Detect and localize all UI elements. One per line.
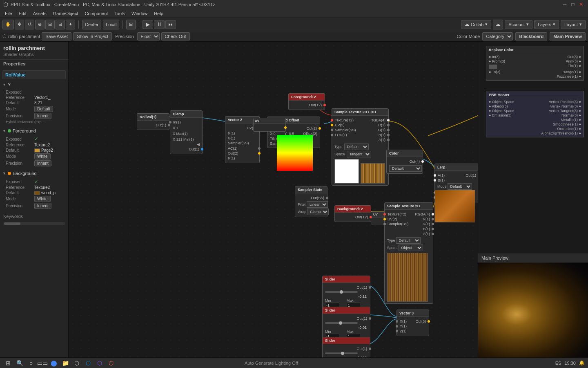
slider1-node[interactable]: Slider Out(1) -0.11 Min Max [322,276,370,310]
horizontal-scrollbar[interactable] [3,222,65,225]
sample-tex-2d-node[interactable]: Sample Texture 2D Texture(T2) RGBA(4) UV… [384,202,433,304]
account-button[interactable]: Account ▾ [505,20,532,29]
menu-gameobject[interactable]: GameObject [50,10,82,17]
s3-track[interactable] [325,352,358,354]
st2d-space-select[interactable]: Object [399,245,423,251]
rider-icon[interactable]: ⬡ [106,358,116,368]
bg-precision-row: Precision Inherit [6,203,62,209]
notification-icon[interactable]: 🔔 [579,360,585,366]
bg-reference-value: Texture2 [34,185,50,190]
v2-out2-port: AC(1) [228,146,257,150]
cloud-button[interactable]: ☁ [493,20,503,29]
menu-help[interactable]: Help [151,10,167,17]
precision-select[interactable]: Float Half [137,32,160,40]
title-bar-controls[interactable]: ─ □ ✕ [561,1,585,8]
foreground-group-header[interactable]: ▼ Foreground [0,127,68,135]
local-button[interactable]: Local [103,20,119,29]
rotate-tool[interactable]: ↺ [25,20,34,29]
cortana-icon[interactable]: ○ [26,358,36,368]
stlod-space-select[interactable]: Tangent [347,151,371,157]
layers-button[interactable]: Layers ▾ [534,20,559,29]
menu-tools[interactable]: Tools [111,10,128,17]
pause-button[interactable]: ⏸ [154,20,165,29]
vs-icon[interactable]: ⬡ [95,358,105,368]
rect-tool[interactable]: ⊞ [45,20,55,29]
auto-gen-text: Auto Generate Lighting Off [245,361,298,366]
layers-chevron: ▾ [553,22,555,27]
s2-thumb[interactable] [339,321,342,325]
stlod-type-select[interactable]: Default [344,144,369,150]
transform-tool[interactable]: ⊟ [56,20,65,29]
hand-tool[interactable]: ✋ [2,20,14,29]
windows-icon[interactable]: ⊞ [3,358,13,368]
menu-edit[interactable]: Edit [16,10,30,17]
sep1 [78,20,79,29]
menu-assets[interactable]: Assets [30,10,50,17]
v3-x-label: X(1) [400,319,407,323]
menu-component[interactable]: Component [81,10,111,17]
lerp-mode-select[interactable]: Default [448,183,472,190]
scale-tool[interactable]: ⊕ [35,20,45,29]
chrome-icon[interactable]: ⬤ [49,358,59,368]
s2-track[interactable] [325,322,358,324]
background-group-header[interactable]: ▼ Background [0,170,68,177]
clamp-out-dot [201,148,203,150]
search-icon[interactable]: 🔍 [15,358,24,368]
roll-value-node[interactable]: RollVal(1) Out(1) [137,113,169,130]
color-node[interactable]: Color Out(4) Default [386,150,423,174]
sample-tex-lod-node[interactable]: Sample Texture 2D LOD Texture(T2) RGBA(4… [332,108,389,186]
menu-window[interactable]: Window [128,10,151,17]
task-view-icon[interactable]: ▭▭ [38,358,47,368]
custom-tool[interactable]: ✦ [66,20,75,29]
clamp-node[interactable]: Clamp In(1) X 1 X Max(1) X 111 Min(1) ◀ … [170,110,203,154]
menu-file[interactable]: File [2,10,16,17]
background-t2-node[interactable]: BackgroundT2 Out(T2) [334,205,371,222]
v3-z-port: Z(1) [399,329,426,333]
roll-value-property[interactable]: RollValue [2,70,66,79]
y-group-header[interactable]: ▼ Y [0,81,68,88]
y-mode-value: Default [34,106,53,112]
ss-wrap-select[interactable]: Clamp [307,209,329,215]
s1-track[interactable] [325,291,358,293]
slider2-node[interactable]: Slider Out(1) -0.01 Min Max [322,307,370,341]
checkout-button[interactable]: Check Out [161,32,190,40]
center-button[interactable]: Center [82,20,101,29]
maximize-button[interactable]: □ [569,1,577,8]
blackboard-button[interactable]: Blackboard [515,32,547,40]
step-button[interactable]: ⏭ [165,20,176,29]
scrollbar-thumb[interactable] [4,222,20,225]
move-tool[interactable]: ✥ [15,20,24,29]
ss-out-port: Out(SS) [298,196,325,200]
main-preview-button[interactable]: Main Preview [550,32,586,40]
collab-button[interactable]: ☁ Collab ▾ [461,20,491,29]
save-asset-button[interactable]: Save Asset [42,32,71,40]
status-bar: ⊞ 🔍 ○ ▭▭ ⬤ 📁 ⬡ ⬡ ⬡ ⬡ Auto Generate Light… [0,357,588,368]
collab-icon: ☁ [465,22,469,27]
category-select[interactable]: Category [482,32,513,40]
s3-thumb[interactable] [341,352,344,355]
foreground-t2-node[interactable]: ForegroundT2 Out(T2) [288,93,325,110]
bg-swatch [34,191,40,195]
unknown-btn[interactable]: ⊞ [126,20,136,29]
uv-small-node[interactable]: UV [253,118,286,132]
y-group: ▼ Y Exposed Reference Vector1_ Default 3… [0,81,68,126]
layout-button[interactable]: Layout ▾ [561,20,586,29]
minimize-button[interactable]: ─ [561,1,568,8]
show-in-project-button[interactable]: Show In Project [73,32,112,40]
bg-t2-body: Out(T2) [335,213,371,222]
close-button[interactable]: ✕ [577,1,585,8]
roll-value-header: RollVal(1) [137,114,169,121]
st2d-type-select[interactable]: Default [396,237,421,244]
play-button[interactable]: ▶ [143,20,153,29]
fg-default-row: Default Page2 [6,148,62,153]
s1-thumb[interactable] [340,290,343,294]
color-mode-select[interactable]: Default [389,165,422,172]
sampler-state-node[interactable]: Sampler State Out(SS) Filter Linear Wrap… [295,186,327,217]
ss-filter-select[interactable]: Linear [307,201,328,208]
vscode-icon[interactable]: ⬡ [83,358,93,368]
explorer-icon[interactable]: 📁 [60,358,70,368]
node-canvas[interactable]: RollVal(1) Out(1) Clamp In(1) X 1 X Max(… [69,42,478,368]
properties-panel: RollValue ▼ Y Exposed Reference Vector1_ [0,68,68,229]
vector3-node[interactable]: Vector 3 X(1) Out(3) Y(1) Z(1) [396,310,429,336]
unity-taskbar-icon[interactable]: ⬡ [72,358,82,368]
